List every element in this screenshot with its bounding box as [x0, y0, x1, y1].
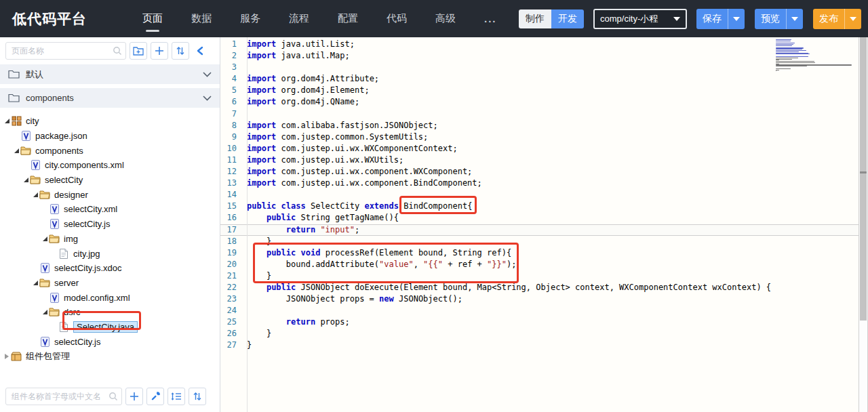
page-search-input[interactable] [5, 42, 126, 60]
code-line-20: 20 bound.addAttribute("value", "{{" + re… [220, 259, 859, 270]
project-select[interactable]: comp/city-小程 [593, 9, 687, 29]
nav-item-代码[interactable]: 代码 [385, 8, 408, 29]
code-line-11: 11import com.justep.ui.wx.WXUtils; [220, 154, 859, 166]
chevron-down-icon [733, 17, 740, 21]
tree-item-label: 组件包管理 [26, 350, 70, 363]
minimap-line [776, 68, 791, 69]
file-tree: citypackage.jsoncomponentscity.component… [0, 114, 220, 364]
tree-item-img[interactable]: img [0, 232, 220, 247]
tree-item-SelectCity.java[interactable]: SelectCity.java [0, 320, 220, 335]
tree-item-package.json[interactable]: package.json [0, 129, 220, 144]
mode-option-制作[interactable]: 制作 [519, 9, 551, 28]
line-number: 5 [220, 85, 243, 96]
vfile-icon [20, 131, 31, 142]
minimap-line [776, 45, 792, 46]
tree-item-city.jpg[interactable]: city.jpg [0, 246, 220, 261]
tree-item-city[interactable]: city [0, 114, 220, 129]
line-text: import org.dom4j.QName; [243, 96, 359, 108]
tree-item-selectCity[interactable]: selectCity [0, 173, 220, 188]
nav-item-...[interactable]: ... [483, 9, 498, 28]
tree-item-label: dsrc [64, 307, 81, 317]
code-line-3: 3 [220, 62, 859, 73]
tree-item-designer[interactable]: designer [0, 187, 220, 202]
mode-toggle: 制作开发 [519, 9, 584, 28]
sort-components-button[interactable] [189, 388, 206, 405]
gutter-separator [247, 37, 248, 412]
minimap-line [776, 39, 791, 40]
code-line-13: 13import com.justep.ui.wx.component.Bind… [220, 178, 859, 189]
new-folder-button[interactable] [130, 42, 147, 60]
line-text: public String getTagName(){ [243, 212, 399, 224]
folder-outline-icon [8, 70, 20, 79]
tree-item-label: package.json [35, 131, 87, 141]
line-text: import org.dom4j.Attribute; [243, 73, 379, 85]
minimap-line [776, 62, 815, 63]
tree-item-selectCity.js.xdoc[interactable]: selectCity.js.xdoc [0, 261, 220, 276]
sidebar-section-components[interactable]: components [0, 88, 220, 108]
wrench-icon [150, 391, 161, 402]
nav-item-流程[interactable]: 流程 [288, 8, 311, 29]
collapse-panel-button[interactable] [193, 42, 208, 60]
line-number: 12 [220, 166, 243, 178]
action-dropdown-arrow[interactable] [728, 9, 745, 29]
tools-button[interactable] [146, 388, 164, 405]
expanded-arrow-icon [12, 148, 20, 153]
section-label: 默认 [26, 68, 203, 81]
line-number: 15 [220, 201, 243, 212]
add-page-button[interactable] [151, 42, 168, 60]
app-logo: 低代码平台 [12, 9, 141, 28]
scrollbar-thumb[interactable] [860, 37, 867, 321]
tree-item-label: city.jpg [73, 249, 100, 259]
nav-item-数据[interactable]: 数据 [190, 8, 213, 29]
minimap[interactable] [776, 39, 854, 72]
expanded-arrow-icon [31, 192, 39, 197]
tree-item-model.config.xml[interactable]: model.config.xml [0, 290, 220, 305]
tree-item-city.components.xml[interactable]: city.components.xml [0, 158, 220, 173]
code-line-27: 27} [220, 339, 859, 351]
line-number: 26 [220, 328, 243, 339]
new-folder-icon [133, 46, 144, 56]
tree-item-label: designer [54, 190, 88, 200]
tree-item-组件包管理[interactable]: 组件包管理 [0, 349, 220, 364]
expanded-arrow-icon [22, 178, 30, 182]
action-dropdown-arrow[interactable] [786, 9, 803, 29]
tree-item-label: selectCity.xml [64, 204, 117, 214]
tree-item-label: img [64, 234, 78, 244]
minimap-line [776, 52, 799, 52]
action-button[interactable]: 发布 [813, 9, 861, 29]
code-line-8: 8import com.alibaba.fastjson.JSONObject; [220, 120, 859, 131]
search-icon [108, 392, 118, 401]
tree-item-server[interactable]: server [0, 276, 220, 291]
code-line-7: 7 [220, 108, 859, 120]
tree-item-components[interactable]: components [0, 143, 220, 158]
nav-item-配置[interactable]: 配置 [336, 8, 359, 29]
nav-item-页面[interactable]: 页面 [141, 8, 164, 29]
nav-item-服务[interactable]: 服务 [239, 8, 262, 29]
tree-item-selectCity.js[interactable]: selectCity.js [0, 334, 220, 349]
action-button[interactable]: 预览 [755, 9, 803, 29]
mode-option-开发[interactable]: 开发 [551, 9, 584, 28]
sort-button[interactable] [172, 42, 189, 60]
action-button[interactable]: 保存 [696, 9, 745, 29]
minimap-line [776, 41, 791, 41]
line-number: 27 [220, 339, 243, 351]
nav-item-高级[interactable]: 高级 [434, 8, 457, 29]
tree-item-selectCity.xml[interactable]: selectCity.xml [0, 202, 220, 217]
vfile-icon [30, 160, 41, 171]
tree-item-dsrc[interactable]: dsrc [0, 305, 220, 320]
code-editor[interactable]: 1import java.util.List;2import java.util… [220, 37, 868, 412]
scrollbar-marker [860, 171, 867, 173]
code-line-4: 4import org.dom4j.Attribute; [220, 73, 859, 85]
sidebar-section-default[interactable]: 默认 [0, 64, 220, 84]
code-line-12: 12import com.justep.ui.wx.component.WXCo… [220, 166, 859, 178]
tree-item-label: city.components.xml [45, 160, 124, 170]
line-text: public JSONObject doExecute(Element boun… [243, 282, 771, 293]
component-search-input[interactable] [5, 388, 122, 405]
action-dropdown-arrow[interactable] [844, 9, 861, 29]
line-number: 9 [220, 131, 243, 143]
action-button-label: 保存 [696, 9, 728, 29]
add-component-button[interactable] [125, 388, 143, 405]
tree-item-selectCity.js[interactable]: selectCity.js [0, 217, 220, 232]
expanded-arrow-icon [31, 281, 39, 285]
row-height-button[interactable] [167, 388, 185, 405]
